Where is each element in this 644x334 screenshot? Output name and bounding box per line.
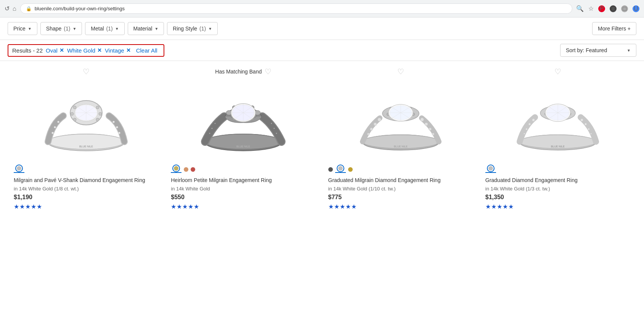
swatch-group-1[interactable] [14,166,24,173]
swatch-group-red[interactable] [191,167,195,172]
product-3-image-area: BLUE NILE [328,85,473,161]
product-1-ring-image: BLUE NILE [40,89,132,158]
product-4-top: ♡ [479,64,636,79]
svg-point-45 [367,133,369,135]
sort-dropdown[interactable]: Sort by: Featured ▼ [560,44,636,57]
layers-icon[interactable]: ≡ [610,5,617,12]
white-gold-remove-btn[interactable]: ✕ [97,47,102,53]
shape-label: Shape [46,26,61,32]
material-filter[interactable]: Material ▼ [128,22,164,35]
swatch-silver-4[interactable] [485,166,496,173]
metal-count: (1) [106,26,113,32]
product-4-heart[interactable]: ♡ [554,67,561,76]
svg-text:BLUE NILE: BLUE NILE [79,145,93,148]
ring-style-count: (1) [199,26,206,32]
search-icon[interactable]: 🔍 [576,5,584,12]
product-3-heart[interactable]: ♡ [397,67,404,76]
sort-label: Sort by: Featured [566,47,607,53]
sort-chevron: ▼ [627,48,631,53]
home-icon[interactable]: ⌂ [13,5,16,12]
product-3-name: Graduated Milgrain Diamond Engagement Ri… [328,177,441,184]
svg-point-3 [54,126,56,128]
product-2-heart[interactable]: ♡ [265,67,271,76]
product-card-4[interactable]: BLUE NILE Graduated Diamond Engagement R… [479,79,636,216]
material-label: Material [133,26,153,32]
more-filters-button[interactable]: More Filters + [592,22,636,35]
address-bar[interactable]: 🔒 bluenile.com/build-your-own-ring/setti… [20,3,572,14]
white-gold-filter-tag[interactable]: White Gold ✕ [67,47,102,54]
swatch-silver-1[interactable] [17,166,21,171]
metal-chevron: ▼ [115,27,119,31]
svg-text:BLUE NILE: BLUE NILE [236,145,250,148]
url-text: bluenile.com/build-your-own-ring/setting… [35,6,125,11]
ring-style-filter[interactable]: Ring Style (1) ▼ [167,22,218,35]
swatch-dark[interactable] [328,167,333,172]
ext-blue-icon[interactable]: U [633,5,639,12]
product-card-3[interactable]: BLUE NILE Graduated Milgrain Diamond Eng… [322,79,479,216]
material-chevron: ▼ [154,27,158,31]
price-filter[interactable]: Price ▼ [8,22,37,35]
product-3-stars: ★★★★★ [328,203,357,210]
svg-text:BLUE NILE: BLUE NILE [394,145,408,148]
oval-remove-btn[interactable]: ✕ [59,47,64,53]
clear-all-button[interactable]: Clear All [134,47,160,54]
has-matching-band-label: Has Matching Band [215,69,262,75]
vintage-remove-btn[interactable]: ✕ [126,47,131,53]
ext-gray-icon[interactable]: □ [621,5,628,12]
vintage-label: Vintage [105,47,124,54]
swatch-gold-3[interactable] [348,167,353,172]
oval-filter-tag[interactable]: Oval ✕ [46,47,64,54]
swatch-red-2[interactable] [191,167,195,172]
svg-point-52 [420,118,424,121]
svg-point-51 [425,123,428,126]
svg-point-73 [585,123,587,125]
swatch-rose-2[interactable] [184,167,188,172]
browser-toolbar-icons[interactable]: 🔍 ☆ P ≡ □ U [576,5,639,12]
svg-point-27 [276,133,277,134]
product-1-heart[interactable]: ♡ [83,67,90,76]
results-bar: Results - 22 Oval ✕ White Gold ✕ Vintage… [0,40,644,61]
shape-chevron: ▼ [72,27,76,31]
svg-point-48 [377,118,381,121]
product-card-1[interactable]: BLUE NILE Milgrain and Pavé V-Shank Diam… [8,79,165,216]
product-1-price: $1,190 [14,194,32,201]
swatch-group-rose[interactable] [184,167,188,172]
pinterest-icon[interactable]: P [598,5,605,12]
product-4-price: $1,350 [485,194,504,201]
product-4-swatches[interactable] [485,166,496,173]
product-4-material: in 14k White Gold (1/3 ct. tw.) [485,186,550,192]
product-4-ring-image: BLUE NILE [512,89,604,158]
product-2-name: Heirloom Petite Milgrain Engagement Ring [171,177,272,184]
vintage-filter-tag[interactable]: Vintage ✕ [105,47,131,54]
svg-point-9 [73,106,76,109]
swatch-silver-3[interactable] [335,166,346,173]
svg-point-2 [52,132,54,134]
svg-point-5 [119,132,120,134]
product-3-swatches[interactable] [328,166,353,173]
swatch-gold[interactable] [348,167,353,172]
product-2-image-area: BLUE NILE [171,85,316,161]
browser-nav-icons[interactable]: ↺ ⌂ [5,5,16,12]
product-card-2[interactable]: BLUE NILE Heirloom Petite Milgrain Engag… [165,79,322,216]
svg-point-25 [212,128,213,129]
price-chevron: ▼ [28,27,32,31]
metal-filter[interactable]: Metal (1) ▼ [85,22,124,35]
svg-point-29 [271,123,272,124]
product-grid: BLUE NILE Milgrain and Pavé V-Shank Diam… [0,79,644,224]
swatch-gold-2[interactable] [174,166,178,171]
product-top-row: ♡ Has Matching Band ♡ ♡ ♡ [0,61,644,79]
product-2-price: $550 [171,194,185,201]
swatch-dark-3[interactable] [328,167,333,172]
product-4-name: Graduated Diamond Engagement Ring [485,177,578,184]
product-1-swatches[interactable] [14,166,24,173]
swatch-silver-4[interactable] [488,166,493,171]
swatch-group-white[interactable] [171,166,181,173]
shape-filter[interactable]: Shape (1) ▼ [40,22,82,35]
svg-point-28 [274,128,275,129]
product-2-swatches[interactable] [171,166,195,173]
refresh-icon[interactable]: ↺ [5,5,10,12]
product-1-material: in 14k White Gold (1/8 ct. wt.) [14,186,79,192]
swatch-silver[interactable] [338,166,343,171]
bookmark-icon[interactable]: ☆ [588,5,594,12]
svg-point-67 [524,133,525,134]
